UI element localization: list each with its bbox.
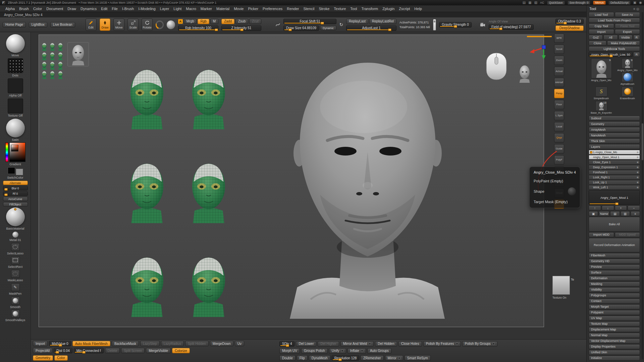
- menu-item[interactable]: Zscript: [397, 6, 412, 11]
- palette-section-button[interactable]: Vector Displacement Map: [589, 339, 640, 344]
- current-brush-thumbnail[interactable]: [6, 34, 25, 53]
- layer-row[interactable]: Look_Up 1 ◉: [589, 180, 640, 185]
- goz-all-button[interactable]: All: [603, 35, 618, 40]
- menu-item[interactable]: Marker: [199, 6, 214, 11]
- field-of-view-slider[interactable]: Field of view(deg) 27.5977: [489, 24, 534, 30]
- mini-head-thumbnail[interactable]: [41, 61, 48, 70]
- current-tool-thumbnail[interactable]: 9: [591, 58, 612, 78]
- menu-item[interactable]: Preferences: [261, 6, 284, 11]
- menu-item[interactable]: Transform: [360, 6, 380, 11]
- draw-mode-button[interactable]: Draw: [100, 18, 111, 31]
- zscript-button[interactable]: DefaultZScript: [608, 1, 631, 5]
- menu-item[interactable]: Layer: [158, 6, 171, 11]
- basic-material-thumbnail[interactable]: [6, 207, 25, 226]
- focal-shift-slider[interactable]: Focal Shift 51: [283, 19, 336, 24]
- tablet-icon[interactable]: ▧: [534, 1, 537, 4]
- shelf-toggle-button[interactable]: Local: [554, 122, 564, 131]
- layer-tool-button[interactable]: ▣: [589, 211, 598, 216]
- shelf-button[interactable]: Uv: [235, 341, 244, 346]
- clone-button[interactable]: Clone: [589, 41, 606, 46]
- stroke-type-swatch[interactable]: [8, 58, 23, 73]
- accucurve-button[interactable]: AccuCurve: [3, 197, 28, 201]
- palette-section-button[interactable]: Contact: [589, 299, 640, 304]
- shelf-button[interactable]: Morph UV: [279, 348, 300, 354]
- smooth-valleys-button[interactable]: [11, 310, 20, 318]
- mini-head-thumbnail[interactable]: [57, 52, 64, 60]
- palette-section-button[interactable]: FiberMesh: [589, 253, 640, 258]
- layer-eye-icon[interactable]: ◉: [637, 161, 639, 164]
- paste-tool-button[interactable]: Paste Tool: [615, 23, 640, 28]
- menu-item[interactable]: Texture: [332, 6, 348, 11]
- menu-item[interactable]: Light: [171, 6, 183, 11]
- layer-eye-icon[interactable]: ◉: [637, 156, 639, 159]
- shelf-button[interactable]: Del Lower: [296, 341, 316, 347]
- canvas-area[interactable]: [31, 32, 586, 339]
- menu-item[interactable]: Render: [285, 6, 301, 11]
- menu-item[interactable]: Help: [412, 6, 424, 11]
- shelf-button[interactable]: Flip: [297, 355, 308, 361]
- base-tool-thumbnail[interactable]: 13: [595, 101, 607, 111]
- obj-shadow-slider[interactable]: ObjShadow 0.3: [555, 19, 584, 24]
- load-tool-button[interactable]: Load Tool: [589, 12, 614, 17]
- make-polymesh3d-button[interactable]: Make PolyMesh3D: [607, 41, 640, 46]
- gravity-strength-slider[interactable]: Gravity Strength 0: [439, 22, 472, 27]
- layer-order-button[interactable]: −: [628, 205, 640, 210]
- metal-material-thumbnail[interactable]: [12, 232, 18, 238]
- shelf-button[interactable]: Split Hidden: [185, 341, 209, 346]
- popup-item-target-mask[interactable]: Target Mask (Empty): [534, 200, 576, 204]
- main-color-swatch[interactable]: [8, 167, 15, 174]
- palette-section-button[interactable]: Unified Skin: [589, 350, 640, 355]
- shelf-button[interactable]: DynaMesh: [309, 355, 330, 361]
- mini-head-thumbnail[interactable]: [49, 52, 56, 60]
- import-button[interactable]: Import: [589, 29, 614, 34]
- palette-section-button[interactable]: Surface: [589, 270, 640, 275]
- shelf-button[interactable]: Dist 0.04: [54, 348, 72, 353]
- menu-item[interactable]: File: [110, 6, 120, 11]
- layer-record-indicator[interactable]: [590, 151, 592, 154]
- stroke-preview-ring[interactable]: [156, 20, 164, 29]
- shelf-button[interactable]: Polish By Groups: [462, 341, 497, 347]
- select-lasso-button[interactable]: [11, 243, 20, 251]
- shelf-toggle-button[interactable]: AAHalf: [554, 78, 564, 87]
- layer-eye-icon[interactable]: ◉: [637, 186, 639, 189]
- layer-row[interactable]: Deep_Expression 1 ◉: [589, 165, 640, 170]
- palette-section-button[interactable]: Preview: [589, 264, 640, 269]
- goz-visible-button[interactable]: Visible: [619, 35, 633, 40]
- a-badge[interactable]: A: [178, 19, 183, 24]
- palette-section-button[interactable]: Geometry: [589, 121, 640, 126]
- goz-button[interactable]: GoZ: [589, 35, 603, 40]
- shelf-button[interactable]: Split Screen: [121, 348, 145, 353]
- camera-icon[interactable]: [480, 22, 486, 27]
- popup-item-polypaint[interactable]: PolyPaint (Empty): [534, 179, 576, 183]
- rotate-mode-button[interactable]: Rotate: [142, 18, 153, 31]
- move-mode-button[interactable]: Move: [113, 18, 124, 31]
- tool-name-slider[interactable]: Angry_Open_Mouth_Low. 50: [589, 52, 633, 57]
- menu-item[interactable]: Zplugin: [380, 6, 396, 11]
- mini-head-thumbnail[interactable]: [49, 42, 56, 51]
- shelf-toggle-button[interactable]: Zoom: [554, 56, 564, 65]
- palette-section-button[interactable]: Polypaint: [589, 310, 640, 315]
- draw-size-slider[interactable]: Draw Size 64.88109: [283, 25, 319, 31]
- alpha-swatch[interactable]: [8, 78, 23, 93]
- shelf-toggle-button[interactable]: Persp: [554, 89, 564, 98]
- lightbox-tools-button[interactable]: Lightbox►Tools: [589, 46, 640, 51]
- mini-head-thumbnail[interactable]: [57, 61, 64, 70]
- brush-preview-sphere[interactable]: [167, 20, 175, 29]
- shelf-toggle-button[interactable]: Scroll: [554, 45, 564, 54]
- layer-tool-button[interactable]: ≡: [631, 211, 640, 216]
- shelf-button[interactable]: MergeDown: [210, 341, 233, 346]
- load-tools-from-project-button[interactable]: Load Tools From Project: [589, 18, 640, 23]
- mini-head-thumbnail[interactable]: [41, 52, 48, 60]
- menu-item[interactable]: Color: [31, 6, 44, 11]
- palette-section-button[interactable]: ArrayMesh: [589, 127, 640, 132]
- palette-section-button[interactable]: Initialize: [589, 356, 640, 361]
- palette-section-button[interactable]: Masking: [589, 282, 640, 287]
- layer-eye-icon[interactable]: ◉: [637, 151, 639, 154]
- smooth-brush-button[interactable]: [11, 297, 20, 305]
- z-intensity-slider[interactable]: Z Intensity 51: [221, 25, 261, 31]
- secondary-color-swatch[interactable]: [16, 169, 23, 175]
- palette-section-button[interactable]: Display Properties: [589, 344, 640, 349]
- preview-zoom-slider[interactable]: [433, 19, 436, 31]
- m-button[interactable]: M: [210, 19, 218, 24]
- shelf-button[interactable]: Double: [279, 355, 296, 361]
